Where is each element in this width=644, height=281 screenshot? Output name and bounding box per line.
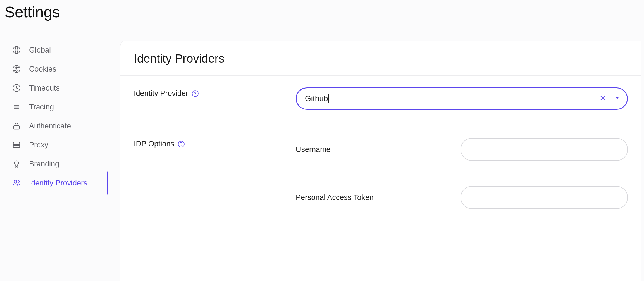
aperture-icon [12, 65, 21, 73]
identity-provider-combobox[interactable]: Github [296, 87, 628, 110]
username-label: Username [296, 145, 461, 154]
main-panel: Identity Providers Identity Provider [120, 41, 641, 281]
svg-point-11 [181, 145, 182, 146]
identity-provider-value: Github [305, 94, 329, 103]
sidebar-item-label: Global [29, 46, 51, 54]
sidebar-item-label: Proxy [29, 141, 48, 149]
sidebar-item-cookies[interactable]: Cookies [12, 59, 120, 78]
server-icon [12, 141, 21, 149]
svg-point-6 [15, 161, 19, 165]
username-input[interactable] [461, 138, 628, 161]
svg-rect-3 [14, 126, 19, 129]
personal-access-token-input[interactable] [461, 186, 628, 209]
panel-title: Identity Providers [134, 52, 628, 65]
help-icon[interactable] [192, 90, 199, 97]
sidebar-item-label: Timeouts [29, 84, 60, 92]
identity-provider-section: Identity Provider Github [134, 87, 628, 124]
list-icon [12, 103, 21, 111]
sidebar-item-authenticate[interactable]: Authenticate [12, 116, 120, 135]
users-icon [12, 179, 21, 187]
idp-options-section: IDP Options Username [134, 138, 628, 223]
sidebar-item-label: Tracing [29, 103, 54, 111]
clear-icon[interactable] [599, 94, 606, 103]
svg-point-9 [195, 95, 195, 95]
svg-rect-5 [13, 145, 20, 148]
identity-provider-label: Identity Provider [134, 89, 188, 98]
sidebar-item-label: Identity Providers [29, 179, 87, 187]
personal-access-token-label: Personal Access Token [296, 193, 461, 202]
sidebar-item-timeouts[interactable]: Timeouts [12, 78, 120, 97]
sidebar-item-label: Cookies [29, 65, 56, 73]
page-title: Settings [4, 3, 641, 21]
sidebar-item-identity-providers[interactable]: Identity Providers [12, 173, 120, 192]
lock-icon [12, 122, 21, 130]
help-icon[interactable] [178, 140, 185, 148]
clock-icon [12, 84, 21, 92]
svg-rect-4 [13, 142, 20, 145]
sidebar-item-tracing[interactable]: Tracing [12, 97, 120, 116]
sidebar-item-branding[interactable]: Branding [12, 154, 120, 173]
chevron-down-icon[interactable] [614, 95, 620, 102]
sidebar-item-global[interactable]: Global [12, 41, 120, 59]
sidebar-item-label: Authenticate [29, 122, 71, 130]
sidebar-item-proxy[interactable]: Proxy [12, 135, 120, 154]
sidebar-item-label: Branding [29, 160, 59, 168]
settings-sidebar: Global Cookies [3, 41, 120, 192]
award-icon [12, 160, 21, 168]
globe-icon [12, 46, 21, 54]
svg-point-7 [14, 180, 17, 183]
idp-options-label: IDP Options [134, 140, 174, 148]
